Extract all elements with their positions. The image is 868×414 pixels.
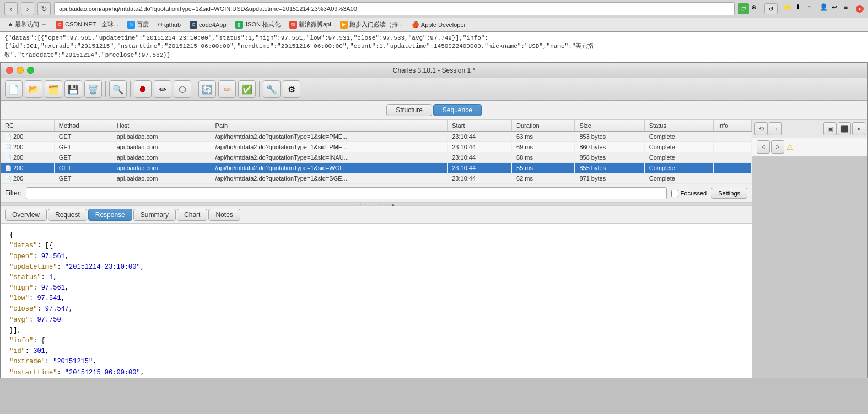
- json-line-1: {"datas":[{"open":97.561,"updatetime":"2…: [4, 34, 864, 42]
- frequent-visits-bookmark[interactable]: ★ 最常访问 →: [4, 19, 50, 30]
- cell-host: api.baidao.com: [112, 152, 211, 163]
- tab-overview[interactable]: Overview: [5, 209, 47, 221]
- share-icon[interactable]: ⊕: [751, 3, 762, 14]
- csdn-bookmark[interactable]: C CSDN.NET - 全球...: [52, 19, 122, 30]
- sidebar-forward-button[interactable]: →: [769, 122, 782, 135]
- cell-method: GET: [54, 173, 112, 184]
- json-line: {: [9, 230, 743, 241]
- cell-path: /api/hq/mtdata2.do?quotationType=1&sid=S…: [211, 173, 448, 184]
- rewrite-button[interactable]: ✏: [218, 80, 236, 98]
- doc-icon: 📄: [5, 155, 12, 161]
- sidebar-back-button[interactable]: ⟲: [754, 122, 768, 135]
- col-header-start: Start: [448, 120, 512, 132]
- new-session-button[interactable]: 📄: [5, 80, 23, 98]
- cell-start: 23:10:44: [448, 142, 512, 152]
- refresh-button[interactable]: ↻: [37, 2, 51, 15]
- json-line: "updatetime": "20151214 23:10:00",: [9, 262, 743, 273]
- table-row[interactable]: 📄200 GET api.baidao.com /api/hq/mtdata2.…: [1, 142, 752, 152]
- maximize-button[interactable]: [27, 67, 34, 74]
- settings-button[interactable]: Settings: [711, 188, 747, 199]
- table-row[interactable]: 📄200 GET api.baidao.com /api/hq/mtdata2.…: [1, 152, 752, 163]
- tab-notes[interactable]: Notes: [208, 209, 240, 221]
- cell-info: [713, 142, 751, 152]
- col-header-duration: Duration: [512, 120, 575, 132]
- throttle-button[interactable]: ⬡: [174, 80, 191, 98]
- toolbar-separator-1: [105, 81, 106, 97]
- structure-tab[interactable]: Structure: [386, 104, 432, 116]
- table-row[interactable]: 📄200 GET api.baidao.com /api/hq/mtdata2.…: [1, 173, 752, 184]
- next-arrow-button[interactable]: >: [771, 140, 784, 154]
- requests-table-container[interactable]: RC Method Host Path Start Duration Size …: [1, 120, 752, 184]
- profile-icon[interactable]: 👤: [820, 3, 831, 14]
- delete-button[interactable]: 🗑️: [84, 80, 102, 98]
- json-line: "id": 301,: [9, 346, 743, 357]
- forward-button[interactable]: ›: [21, 2, 34, 15]
- tab-summary[interactable]: Summary: [133, 209, 176, 221]
- cell-rc: 📄200: [1, 173, 54, 184]
- compose-button[interactable]: 🔄: [198, 80, 216, 98]
- find-button[interactable]: 🔍: [109, 80, 127, 98]
- cell-method: GET: [54, 152, 112, 163]
- response-content[interactable]: { "datas": [{ "open": 97.561, "updatetim…: [1, 224, 752, 378]
- back-button[interactable]: ‹: [4, 2, 18, 15]
- close-button[interactable]: [6, 67, 13, 74]
- tools-button[interactable]: 🔧: [263, 80, 281, 98]
- close-dot[interactable]: ●: [856, 5, 864, 13]
- save-button[interactable]: 💾: [64, 80, 82, 98]
- cell-status: Complete: [644, 132, 713, 142]
- filter-label: Filter:: [5, 189, 21, 197]
- sidebar-view-split-h[interactable]: ⬛: [838, 122, 851, 135]
- weibo-api-bookmark[interactable]: 微 新浪微博api: [286, 19, 335, 30]
- warning-bar: < > ⚠: [752, 138, 867, 156]
- reload-button[interactable]: ↺: [764, 3, 778, 14]
- apple-dev-bookmark[interactable]: 🍎 Apple Developer: [408, 20, 469, 29]
- col-header-host: Host: [112, 120, 211, 132]
- open-file-button[interactable]: 📂: [25, 80, 42, 98]
- cell-status: Complete: [644, 142, 713, 152]
- warning-icon: ⚠: [786, 143, 794, 151]
- json-formatter-bookmark[interactable]: {} JSON 格式化: [232, 19, 284, 30]
- prev-arrow-button[interactable]: <: [757, 140, 770, 154]
- downloads-icon[interactable]: ⬇: [795, 3, 806, 14]
- table-row[interactable]: 📄200 GET api.baidao.com /api/hq/mtdata2.…: [1, 163, 752, 173]
- url-bar[interactable]: [54, 2, 735, 15]
- baidu-icon: 百: [127, 21, 135, 29]
- bookmark-star[interactable]: ⭐: [783, 3, 794, 14]
- filter-input[interactable]: [26, 187, 667, 199]
- tab-response[interactable]: Response: [88, 209, 132, 221]
- github-bookmark[interactable]: ⊙ github: [154, 20, 184, 29]
- cell-duration: 55 ms: [512, 163, 575, 173]
- cell-start: 23:10:44: [448, 152, 512, 163]
- running-bookmark[interactable]: ▶ 跑步入门必读（持...: [337, 19, 406, 30]
- sequence-tab[interactable]: Sequence: [433, 104, 482, 116]
- tab-chart[interactable]: Chart: [177, 209, 207, 221]
- json-icon: {}: [235, 21, 243, 29]
- edit-button[interactable]: ✏: [154, 80, 171, 98]
- record-button[interactable]: ⏺: [134, 80, 152, 98]
- cell-info: [713, 132, 751, 142]
- minimize-button[interactable]: [17, 67, 24, 74]
- tab-request[interactable]: Request: [48, 209, 87, 221]
- sidebar-toolbar: ⟲ → ▣ ⬛ ▪: [752, 120, 867, 138]
- sidebar-view-full[interactable]: ▣: [823, 122, 837, 135]
- focussed-checkbox[interactable]: [671, 190, 678, 197]
- browse-button[interactable]: 🗂️: [45, 80, 62, 98]
- undo-icon[interactable]: ↩: [832, 3, 843, 14]
- cell-rc: 📄200: [1, 163, 54, 173]
- json-line-3: 数","tradedate":"20151214","preclose":97.…: [4, 51, 864, 59]
- title-bar: Charles 3.10.1 - Session 1 *: [1, 63, 867, 78]
- cell-start: 23:10:44: [448, 163, 512, 173]
- preferences-button[interactable]: ⚙: [283, 80, 300, 98]
- settings-icon[interactable]: ≡: [844, 3, 855, 14]
- sidebar-view-split-v[interactable]: ▪: [852, 122, 865, 135]
- code4app-bookmark[interactable]: C code4App: [186, 20, 230, 30]
- table-row[interactable]: 📄200 GET api.baidao.com /api/hq/mtdata2.…: [1, 132, 752, 142]
- cell-path: /api/hq/mtdata2.do?quotationType=1&sid=I…: [211, 152, 448, 163]
- json-line: "info": {: [9, 336, 743, 346]
- validate-button[interactable]: ✅: [238, 80, 256, 98]
- home-icon[interactable]: ⌂: [807, 3, 818, 14]
- cell-start: 23:10:44: [448, 173, 512, 184]
- resize-handle[interactable]: · · · · · · · · · · ▲: [1, 202, 752, 206]
- doc-icon: 📄: [5, 176, 12, 182]
- baidu-bookmark[interactable]: 百 百度: [124, 19, 152, 30]
